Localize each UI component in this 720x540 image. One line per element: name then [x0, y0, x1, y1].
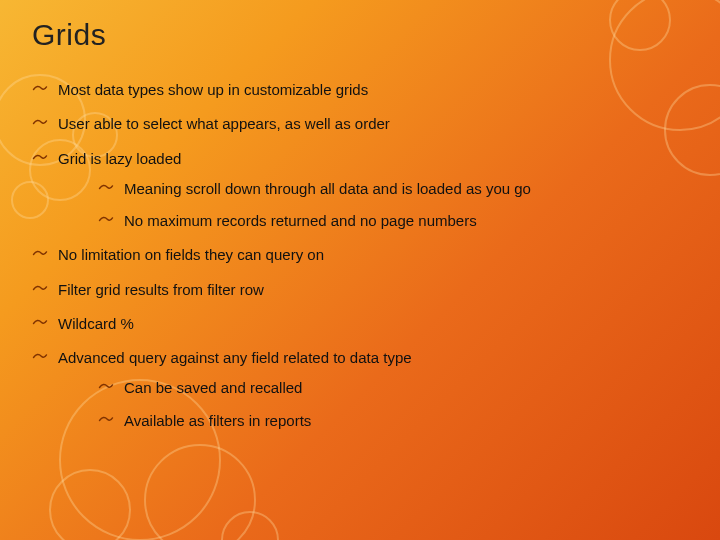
list-item-text: Filter grid results from filter row	[58, 281, 264, 298]
list-item-text: Wildcard %	[58, 315, 134, 332]
slide-content: Grids Most data types show up in customi…	[0, 0, 720, 431]
list-item-text: No maximum records returned and no page …	[124, 212, 477, 229]
svg-point-7	[222, 512, 278, 540]
list-item-text: Most data types show up in customizable …	[58, 81, 368, 98]
list-item: Most data types show up in customizable …	[32, 80, 688, 100]
list-item: Can be saved and recalled	[98, 378, 688, 398]
slide: Grids Most data types show up in customi…	[0, 0, 720, 540]
list-item: Advanced query against any field related…	[32, 348, 688, 431]
list-item: Meaning scroll down through all data and…	[98, 179, 688, 199]
list-item: Grid is lazy loaded Meaning scroll down …	[32, 149, 688, 232]
list-item: Wildcard %	[32, 314, 688, 334]
list-item-text: Advanced query against any field related…	[58, 349, 412, 366]
list-item: Filter grid results from filter row	[32, 280, 688, 300]
list-item-text: No limitation on fields they can query o…	[58, 246, 324, 263]
bullet-list: Most data types show up in customizable …	[32, 80, 688, 431]
svg-point-6	[50, 470, 130, 540]
list-item-text: Available as filters in reports	[124, 412, 311, 429]
list-item-text: User able to select what appears, as wel…	[58, 115, 390, 132]
list-item-text: Meaning scroll down through all data and…	[124, 180, 531, 197]
list-item-text: Can be saved and recalled	[124, 379, 302, 396]
list-item: No limitation on fields they can query o…	[32, 245, 688, 265]
list-item: No maximum records returned and no page …	[98, 211, 688, 231]
svg-point-5	[145, 445, 255, 540]
list-item-text: Grid is lazy loaded	[58, 150, 181, 167]
sub-list: Meaning scroll down through all data and…	[98, 179, 688, 232]
sub-list: Can be saved and recalled Available as f…	[98, 378, 688, 431]
list-item: Available as filters in reports	[98, 411, 688, 431]
list-item: User able to select what appears, as wel…	[32, 114, 688, 134]
slide-title: Grids	[32, 18, 688, 52]
